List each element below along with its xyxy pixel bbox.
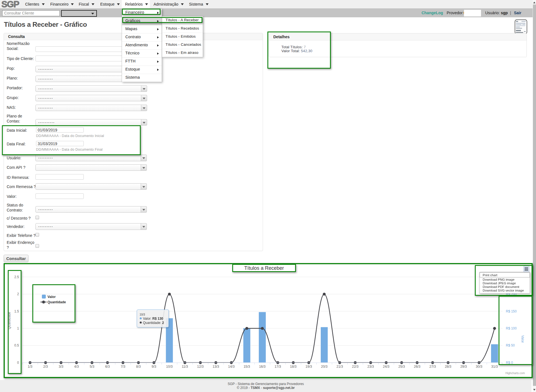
svg-text:SGP: SGP <box>1 0 19 8</box>
